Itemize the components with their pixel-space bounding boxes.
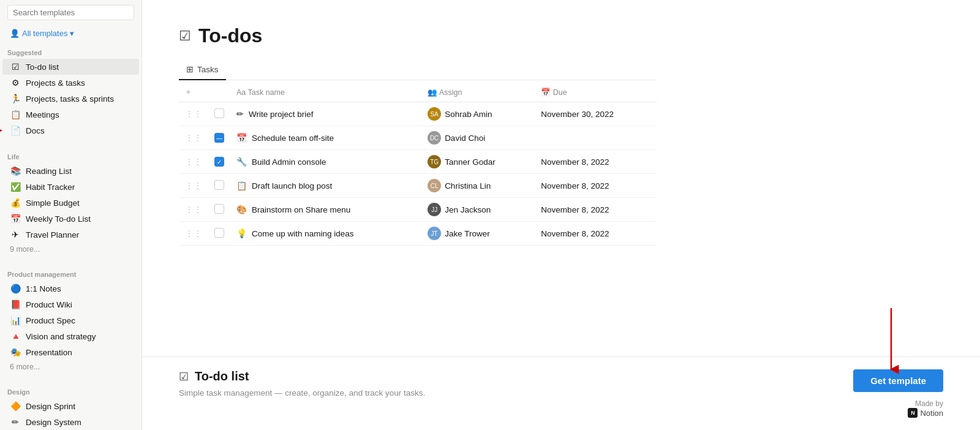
row-handle: ⋮⋮ [179,174,208,198]
table-header: ✦ Aa Task name 👥 Assign 📅 Due [179,83,657,102]
assign-icon: 👥 [428,88,437,97]
sidebar-item-label: Design Sprint [26,402,132,411]
row-handle: ⋮⋮ [179,198,208,222]
row-checkbox-cell[interactable] [208,222,230,246]
search-input[interactable] [7,5,134,20]
sidebar-item-label: Vision and strategy [26,332,132,341]
sidebar-item-1-1-notes[interactable]: 🔵 1:1 Notes [2,281,139,296]
task-name-cell: 🔧 Build Admin console [236,157,415,167]
section-label-design: Design [0,383,141,398]
task-name: Write project brief [249,110,314,119]
sidebar-item-projects-tasks-sprints[interactable]: 🏃 Projects, tasks & sprints [2,91,139,107]
task-checkbox[interactable]: — [214,133,224,143]
sidebar-item-design-sprint[interactable]: 🔶 Design Sprint [2,398,139,414]
task-icon: 🔧 [236,157,247,167]
sidebar-item-docs[interactable]: 📄 Docs [2,123,139,138]
col-assign-label: Assign [439,88,462,97]
table-row: ⋮⋮ 🎨 Brainstorm on Share menu JJ Jen [179,198,657,222]
row-checkbox-cell[interactable] [208,174,230,198]
notion-logo: N [908,408,918,418]
sidebar-item-product-wiki[interactable]: 📕 Product Wiki [2,296,139,312]
row-assign-cell: JT Jake Trower [421,222,535,246]
row-task-cell: ✏ Write project brief [230,102,421,126]
row-assign-cell: CL Christina Lin [421,174,535,198]
person-icon: 👤 [10,29,20,38]
col-task-label: Aa Task name [236,88,285,97]
design-sprint-icon: 🔶 [10,401,21,411]
sidebar-item-label: To-do list [26,62,132,72]
assign-cell: JJ Jen Jackson [428,203,529,216]
sidebar: 👤 All templates ▾ Suggested ☑ To-do list… [0,0,142,430]
row-handle: ⋮⋮ [179,222,208,246]
meetings-icon: 📋 [10,110,21,119]
col-handle-header: ✦ [179,83,208,102]
sidebar-item-vision-strategy[interactable]: 🔺 Vision and strategy [2,328,139,344]
task-name-cell: 📅 Schedule team off-site [236,133,415,143]
made-by-label: Made by N Notion [908,399,943,418]
tab-tasks[interactable]: ⊞ Tasks [179,59,226,80]
row-due-cell: November 8, 2022 [535,222,657,246]
sparkle-icon: ✦ [185,88,192,97]
task-checkbox[interactable] [214,228,224,238]
task-icon: ✏ [236,109,244,119]
wiki-icon: 📕 [10,300,21,309]
row-task-cell: 📅 Schedule team off-site [230,126,421,150]
sidebar-item-weekly-todo[interactable]: 📅 Weekly To-do List [2,211,139,227]
sidebar-item-habit-tracker[interactable]: ✅ Habit Tracker [2,179,139,195]
row-task-cell: 💡 Come up with naming ideas [230,222,421,246]
bottom-title-row: ☑ To-do list [179,369,425,383]
row-task-cell: 📋 Draft launch blog post [230,174,421,198]
row-checkbox-cell[interactable]: — [208,126,230,150]
calendar-icon: 📅 [541,88,551,97]
row-checkbox-cell[interactable] [208,102,230,126]
bottom-title-icon: ☑ [179,370,189,383]
page-title: To-dos [198,25,262,47]
assignee-name: Tanner Godar [445,157,496,167]
content-area: ☑ To-dos ⊞ Tasks ✦ Aa Task name [142,0,693,356]
life-more-link[interactable]: 9 more... [2,243,139,256]
row-handle: ⋮⋮ [179,102,208,126]
task-checkbox[interactable] [214,204,224,214]
sidebar-item-travel-planner[interactable]: ✈ Travel Planner [2,227,139,243]
col-checkbox-header [208,83,230,102]
to-do-icon: ☑ [10,62,21,72]
task-icon: 🎨 [236,205,247,214]
sidebar-item-meetings[interactable]: 📋 Meetings [2,107,139,123]
sidebar-item-label: Projects & tasks [26,78,132,88]
row-handle: ⋮⋮ [179,150,208,174]
sidebar-item-label: Product Spec [26,316,132,325]
sidebar-item-design-system[interactable]: ✏ Design System [2,414,139,430]
task-checkbox[interactable] [214,180,224,190]
sidebar-item-product-spec[interactable]: 📊 Product Spec [2,312,139,328]
sidebar-item-simple-budget[interactable]: 💰 Simple Budget [2,195,139,211]
sidebar-item-presentation[interactable]: 🎭 Presentation [2,344,139,360]
sidebar-item-label: Meetings [26,110,132,119]
sidebar-item-label: Reading List [26,167,132,176]
notion-name: Notion [920,409,943,418]
sidebar-item-reading-list[interactable]: 📚 Reading List [2,163,139,179]
due-date: November 8, 2022 [541,157,609,167]
sidebar-item-label: Product Wiki [26,300,132,309]
projects-tasks-icon: ⚙ [10,78,21,88]
due-date: November 8, 2022 [541,205,609,214]
all-templates-filter[interactable]: 👤 All templates ▾ [7,28,77,39]
row-checkbox-cell[interactable] [208,198,230,222]
avatar: SA [428,107,441,121]
task-table: ✦ Aa Task name 👥 Assign 📅 Due [179,83,657,246]
sidebar-item-to-do-list[interactable]: ☑ To-do list [2,59,139,75]
made-by-text: Made by [908,399,943,408]
task-checkbox[interactable]: ✓ [214,157,224,167]
sidebar-item-projects-tasks[interactable]: ⚙ Projects & tasks [2,75,139,91]
product-more-link[interactable]: 6 more... [2,360,139,374]
row-assign-cell: DC David Choi [421,126,535,150]
get-template-button[interactable]: Get template [853,369,943,392]
row-checkbox-cell[interactable]: ✓ [208,150,230,174]
due-date: November 8, 2022 [541,229,609,238]
sprints-icon: 🏃 [10,94,21,104]
task-name: Build Admin console [252,157,326,167]
row-due-cell [535,126,657,150]
bottom-panel-right: Get template Made by N Notion [853,369,943,418]
design-system-icon: ✏ [10,417,21,427]
task-checkbox[interactable] [214,108,224,118]
sidebar-item-label: Design System [26,418,132,427]
